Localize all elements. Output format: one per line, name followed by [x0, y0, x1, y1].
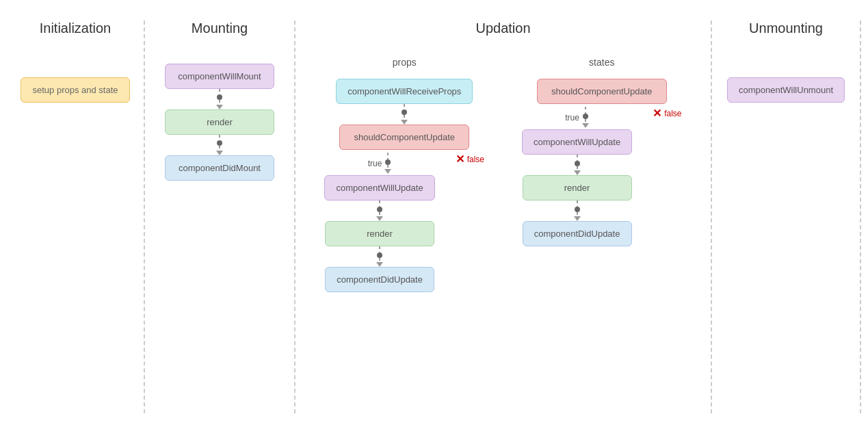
mounting-title: Mounting	[192, 21, 248, 36]
node-component-will-update-props: componentWillUpdate	[324, 175, 434, 200]
section-initialization: Initialization setup props and state	[7, 21, 144, 413]
node-should-component-update-props: shouldComponentUpdate	[339, 125, 469, 150]
node-setup-props-state: setup props and state	[21, 77, 129, 103]
states-true-label: true	[565, 113, 579, 122]
node-component-will-mount: componentWillMount	[165, 64, 274, 89]
node-render-states: render	[523, 175, 632, 200]
states-true-branch: true componentWillUpdate	[522, 107, 632, 246]
section-unmounting: Unmounting componentWillUnmount	[711, 21, 861, 413]
mounting-flow: componentWillMount render componentDidMo…	[165, 64, 274, 181]
updation-content: props componentWillReceiveProps shouldCo…	[295, 57, 711, 292]
props-true-branch: true componentWillUpdate	[324, 153, 434, 292]
props-x-mark: ✕	[456, 153, 464, 166]
updation-title: Updation	[475, 21, 530, 36]
arrow-1	[216, 89, 223, 109]
props-branch: true componentWillUpdate	[324, 153, 484, 292]
section-updation: Updation props componentWillReceiveProps…	[294, 21, 711, 413]
arrow-2	[216, 135, 223, 155]
states-branch: true componentWillUpdate	[522, 107, 682, 246]
props-subtitle: props	[393, 57, 417, 68]
arrow-states-2	[574, 155, 581, 175]
diagram-container: Initialization setup props and state Mou…	[0, 0, 868, 427]
unmounting-title: Unmounting	[749, 21, 823, 36]
states-false-label: false	[664, 109, 681, 118]
props-false-label: false	[467, 155, 484, 164]
arrow-props-4	[376, 246, 383, 267]
props-false-branch: ✕ false	[456, 153, 484, 167]
init-title: Initialization	[40, 21, 111, 36]
node-should-component-update-states: shouldComponentUpdate	[537, 79, 667, 104]
props-true-label: true	[368, 159, 382, 168]
states-false-branch: ✕ false	[653, 107, 681, 120]
node-component-did-update-props: componentDidUpdate	[325, 267, 434, 292]
node-component-did-update-states: componentDidUpdate	[523, 221, 632, 246]
node-component-will-update-states: componentWillUpdate	[522, 129, 632, 155]
updation-states-col: states shouldComponentUpdate true	[507, 57, 698, 292]
updation-props-col: props componentWillReceiveProps shouldCo…	[309, 57, 500, 292]
arrow-props-3	[376, 200, 383, 221]
states-subtitle: states	[589, 57, 614, 68]
arrow-states-3	[574, 200, 581, 221]
node-render-mounting: render	[165, 109, 274, 135]
node-render-props: render	[325, 221, 434, 246]
states-x-mark: ✕	[653, 107, 661, 120]
node-component-will-receive-props: componentWillReceiveProps	[336, 79, 473, 104]
arrow-props-1	[401, 104, 408, 125]
section-mounting: Mounting componentWillMount render c	[144, 21, 294, 413]
node-component-will-unmount: componentWillUnmount	[727, 77, 845, 103]
node-component-did-mount: componentDidMount	[165, 155, 274, 181]
